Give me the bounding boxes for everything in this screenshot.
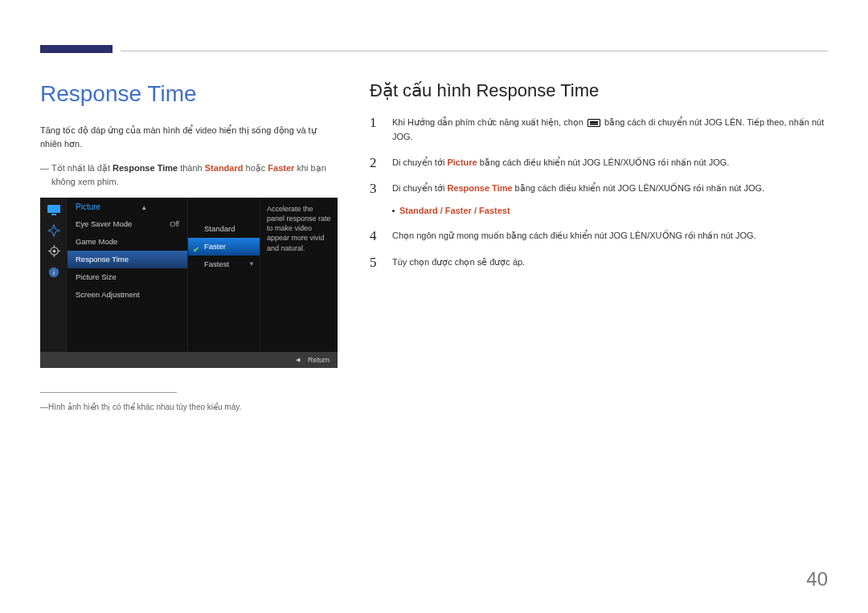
- osd-menu-item: Picture Size: [68, 268, 187, 286]
- step-text-segment: bằng cách điều khiển nút JOG LÊN/XUỐNG r…: [513, 183, 765, 193]
- osd-description-column: Accelerate the panel response rate to ma…: [260, 198, 338, 352]
- osd-main: Picture▲ Eye Saver ModeOffGame ModeRespo…: [68, 198, 338, 352]
- step-text: Di chuyển tới Picture bằng cách điều khi…: [392, 156, 729, 171]
- option-separator: /: [438, 206, 445, 215]
- step-number: 2: [370, 156, 381, 171]
- footnote-text: ― Hình ảnh hiển thị có thể khác nhau tùy…: [40, 401, 338, 413]
- osd-sidebar: i: [40, 198, 68, 352]
- manual-page: Response Time Tăng tốc độ đáp ứng của mà…: [0, 0, 868, 613]
- note-seg: Tốt nhất là đặt: [51, 163, 113, 173]
- note-dash: ―: [40, 161, 49, 176]
- step-number: 3: [370, 182, 381, 218]
- step-text-segment: Chọn ngôn ngữ mong muốn bằng cách điều k…: [392, 231, 756, 240]
- step-text-segment: bằng cách điều khiển nút JOG LÊN/XUỐNG r…: [477, 157, 730, 167]
- highlighted-term: Response Time: [447, 183, 512, 193]
- header-rule: [121, 51, 828, 51]
- step-text-segment: Tùy chọn được chọn sẽ được áp.: [392, 257, 525, 267]
- note-option: Standard: [205, 163, 244, 173]
- osd-menu-item: Response Time: [68, 251, 187, 268]
- note-seg: hoặc: [243, 163, 268, 173]
- menu-icon: [588, 119, 600, 127]
- step-item: 5Tùy chọn được chọn sẽ được áp.: [370, 255, 828, 271]
- osd-menu-item-label: Eye Saver Mode: [76, 219, 132, 228]
- osd-menu-title: Picture▲: [68, 198, 187, 215]
- information-tab-icon: i: [47, 267, 61, 278]
- osd-menu-column: Picture▲ Eye Saver ModeOffGame ModeRespo…: [68, 198, 188, 352]
- option-separator: /: [472, 206, 479, 215]
- footnote-rule: [40, 392, 177, 393]
- osd-menu-item-label: Game Mode: [76, 237, 117, 246]
- svg-rect-0: [47, 205, 60, 213]
- note-seg: thành: [178, 163, 205, 173]
- option-value: Faster: [445, 206, 472, 215]
- step-text-segment: Di chuyển tới: [392, 157, 447, 167]
- scroll-down-arrow-icon: ▼: [248, 255, 255, 273]
- picture-tab-icon: [47, 204, 61, 215]
- footnote-dash: ―: [40, 401, 48, 413]
- step-number: 5: [370, 255, 381, 271]
- step-text: Khi Hướng dẫn phím chức năng xuất hiện, …: [392, 116, 828, 144]
- left-column: Response Time Tăng tốc độ đáp ứng của mà…: [40, 80, 338, 413]
- footnote-content: Hình ảnh hiển thị có thể khác nhau tùy t…: [48, 403, 241, 411]
- osd-menu-list: Eye Saver ModeOffGame ModeResponse TimeP…: [68, 215, 187, 304]
- note-text: ― Tốt nhất là đặt Response Time thành St…: [40, 161, 338, 190]
- osd-submenu-item: Standard: [188, 220, 260, 238]
- step-number: 1: [370, 116, 381, 144]
- right-column: Đặt cấu hình Response Time 1Khi Hướng dẫ…: [370, 80, 828, 413]
- osd-submenu-column: Standard✔FasterFastest▼: [188, 198, 260, 352]
- onscreen-display-tab-icon: [47, 225, 61, 236]
- steps-list: 1Khi Hướng dẫn phím chức năng xuất hiện,…: [370, 116, 828, 270]
- settings-tab-icon: [47, 246, 61, 257]
- subsection-heading: Đặt cấu hình Response Time: [370, 80, 828, 101]
- osd-submenu-item: ✔Faster: [188, 238, 260, 255]
- step-item: 4Chọn ngôn ngữ mong muốn bằng cách điều …: [370, 229, 828, 244]
- intro-text: Tăng tốc độ đáp ứng của màn hình để vide…: [40, 124, 338, 152]
- step-text: Tùy chọn được chọn sẽ được áp.: [392, 255, 525, 271]
- osd-menu-item-label: Picture Size: [76, 272, 117, 281]
- header-accent-bar: [40, 45, 113, 53]
- step-text: Di chuyển tới Response Time bằng cách đi…: [392, 182, 764, 218]
- osd-menu-item: Screen Adjustment: [68, 286, 187, 304]
- note-highlight: Response Time: [113, 163, 178, 173]
- step-number: 4: [370, 229, 381, 244]
- osd-menu-item-label: Screen Adjustment: [76, 290, 140, 299]
- osd-menu-item-label: Response Time: [76, 255, 129, 264]
- osd-submenu-list: Standard✔FasterFastest▼: [188, 220, 260, 273]
- osd-return-label: Return: [308, 356, 330, 364]
- step-item: 3Di chuyển tới Response Time bằng cách đ…: [370, 182, 828, 218]
- step-item: 2Di chuyển tới Picture bằng cách điều kh…: [370, 156, 828, 171]
- svg-point-4: [52, 250, 55, 253]
- step-text: Chọn ngôn ngữ mong muốn bằng cách điều k…: [392, 229, 756, 244]
- osd-submenu-item-label: Standard: [204, 224, 235, 233]
- note-option: Faster: [268, 163, 294, 173]
- osd-submenu-item-label: Faster: [204, 242, 226, 251]
- osd-menu-item: Eye Saver ModeOff: [68, 215, 187, 233]
- scroll-up-arrow-icon: ▲: [141, 204, 147, 211]
- osd-title-text: Picture: [76, 202, 100, 211]
- svg-marker-2: [48, 225, 59, 236]
- content-columns: Response Time Tăng tốc độ đáp ứng của mà…: [40, 80, 828, 413]
- section-heading: Response Time: [40, 80, 338, 108]
- osd-screenshot: i Picture▲ Eye Saver ModeOffGame ModeRes…: [40, 198, 338, 368]
- page-number: 40: [806, 568, 828, 591]
- step-item: 1Khi Hướng dẫn phím chức năng xuất hiện,…: [370, 116, 828, 144]
- option-value: Fastest: [479, 206, 510, 215]
- back-arrow-icon: ◀: [296, 357, 300, 363]
- highlighted-term: Picture: [447, 157, 477, 167]
- osd-footer: ◀ Return: [40, 352, 338, 368]
- bullet-icon: [392, 210, 395, 212]
- option-value: Standard: [399, 206, 438, 215]
- step-text-segment: Khi Hướng dẫn phím chức năng xuất hiện, …: [392, 117, 586, 127]
- osd-menu-item: Game Mode: [68, 233, 187, 251]
- step-text-segment: Di chuyển tới: [392, 183, 447, 193]
- svg-rect-1: [51, 214, 56, 215]
- osd-menu-item-value: Off: [170, 215, 179, 233]
- osd-spacer: [188, 198, 260, 220]
- osd-submenu-item: Fastest▼: [188, 255, 260, 273]
- osd-submenu-item-label: Fastest: [204, 260, 229, 268]
- options-line: Standard / Faster / Fastest: [392, 204, 764, 219]
